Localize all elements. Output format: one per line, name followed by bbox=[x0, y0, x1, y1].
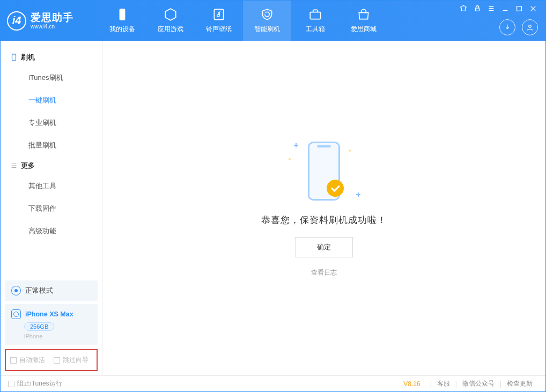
support-link[interactable]: 客服 bbox=[432, 379, 455, 388]
device-storage: 256GB bbox=[24, 322, 54, 331]
sparkle-icon bbox=[356, 193, 360, 197]
success-illustration bbox=[281, 139, 367, 203]
check-badge-icon bbox=[327, 180, 344, 197]
phone-icon bbox=[115, 8, 129, 21]
sidebar-item-advanced[interactable]: 高级功能 bbox=[1, 220, 102, 242]
sidebar-item-batch-flash[interactable]: 批量刷机 bbox=[1, 134, 102, 157]
wechat-link[interactable]: 微信公众号 bbox=[457, 379, 500, 388]
svg-rect-3 bbox=[476, 8, 479, 11]
sidebar-item-oneclick-flash[interactable]: 一键刷机 bbox=[1, 89, 102, 112]
highlighted-checkbox-row: 自动激活 跳过向导 bbox=[5, 349, 98, 371]
refresh-shield-icon bbox=[260, 8, 274, 21]
mode-label: 正常模式 bbox=[25, 286, 53, 295]
checkbox-icon bbox=[10, 357, 17, 364]
checkbox-label: 自动激活 bbox=[19, 356, 45, 365]
toolbox-icon bbox=[308, 8, 322, 21]
maximize-icon[interactable] bbox=[514, 4, 524, 13]
nav-tab-label: 工具箱 bbox=[306, 25, 325, 34]
sparkle-icon bbox=[294, 143, 298, 147]
nav-tab-label: 智能刷机 bbox=[254, 25, 280, 34]
footer: 阻止iTunes运行 V8.16 | 客服 | 微信公众号 | 检查更新 bbox=[1, 375, 545, 391]
lock-icon[interactable] bbox=[473, 4, 482, 13]
sidebar-section-more: 更多 bbox=[1, 157, 102, 175]
svg-rect-0 bbox=[120, 9, 126, 20]
nav-tabs: 我的设备 应用游戏 铃声壁纸 智能刷机 工具箱 bbox=[98, 1, 388, 41]
sidebar-section-flash: 刷机 bbox=[1, 48, 102, 66]
phone-illustration-icon bbox=[308, 142, 340, 201]
nav-tab-mydevice[interactable]: 我的设备 bbox=[98, 1, 146, 41]
sidebar-section-title: 更多 bbox=[21, 161, 35, 171]
svg-point-5 bbox=[529, 25, 532, 28]
music-icon bbox=[212, 8, 226, 21]
device-phone-icon bbox=[11, 309, 21, 319]
checkbox-icon bbox=[54, 357, 60, 364]
sidebar-section-title: 刷机 bbox=[21, 53, 35, 62]
version-label: V8.16 bbox=[403, 380, 420, 388]
dot-icon bbox=[289, 158, 291, 160]
svg-rect-4 bbox=[517, 6, 522, 11]
menu-icon[interactable] bbox=[486, 4, 496, 13]
nav-tab-flash[interactable]: 智能刷机 bbox=[243, 1, 291, 41]
nav-tab-label: 应用游戏 bbox=[158, 25, 183, 34]
window-controls bbox=[459, 4, 538, 13]
minimize-icon[interactable] bbox=[500, 4, 510, 13]
close-icon[interactable] bbox=[528, 4, 538, 13]
list-icon bbox=[10, 162, 18, 169]
nav-tab-label: 我的设备 bbox=[109, 25, 135, 34]
checkbox-icon bbox=[8, 381, 14, 387]
nav-tab-store[interactable]: 爱思商城 bbox=[340, 1, 388, 41]
checkbox-label: 跳过向导 bbox=[63, 356, 88, 365]
download-button[interactable] bbox=[499, 19, 515, 35]
app-title: 爱思助手 bbox=[31, 12, 73, 24]
dot-icon bbox=[349, 150, 351, 152]
device-type: iPhone bbox=[24, 333, 91, 339]
device-name: iPhone XS Max bbox=[25, 310, 73, 318]
store-icon bbox=[357, 8, 371, 21]
checkbox-block-itunes[interactable]: 阻止iTunes运行 bbox=[8, 379, 62, 388]
nav-tab-toolbox[interactable]: 工具箱 bbox=[291, 1, 340, 41]
ok-button[interactable]: 确定 bbox=[295, 237, 353, 257]
cube-icon bbox=[164, 8, 178, 21]
main-content: 恭喜您，保资料刷机成功啦！ 确定 查看日志 bbox=[102, 41, 545, 375]
device-card[interactable]: iPhone XS Max 256GB iPhone bbox=[5, 304, 98, 345]
shirt-icon[interactable] bbox=[459, 4, 468, 13]
logo-icon: i4 bbox=[7, 11, 26, 31]
checkbox-skip-wizard[interactable]: 跳过向导 bbox=[54, 356, 88, 365]
app-url: www.i4.cn bbox=[31, 24, 73, 30]
sidebar-item-itunes-flash[interactable]: iTunes刷机 bbox=[1, 66, 102, 89]
checkbox-label: 阻止iTunes运行 bbox=[17, 379, 62, 388]
check-update-link[interactable]: 检查更新 bbox=[501, 379, 538, 388]
svg-rect-6 bbox=[12, 54, 16, 61]
view-log-link[interactable]: 查看日志 bbox=[311, 268, 337, 277]
sidebar-item-other-tools[interactable]: 其他工具 bbox=[1, 175, 102, 197]
app-logo: i4 爱思助手 www.i4.cn bbox=[7, 11, 98, 31]
header: i4 爱思助手 www.i4.cn 我的设备 应用游戏 铃声壁纸 bbox=[1, 1, 545, 41]
checkbox-auto-activate[interactable]: 自动激活 bbox=[10, 356, 45, 365]
user-button[interactable] bbox=[522, 19, 538, 35]
nav-tab-label: 铃声壁纸 bbox=[206, 25, 232, 34]
nav-tab-apps[interactable]: 应用游戏 bbox=[146, 1, 195, 41]
svg-rect-2 bbox=[310, 12, 321, 19]
sidebar-item-download-firmware[interactable]: 下载固件 bbox=[1, 197, 102, 220]
nav-tab-label: 爱思商城 bbox=[351, 25, 377, 34]
device-icon bbox=[10, 54, 18, 61]
sidebar: 刷机 iTunes刷机 一键刷机 专业刷机 批量刷机 更多 其他工具 下载固件 … bbox=[1, 41, 102, 375]
mode-icon bbox=[11, 286, 21, 295]
mode-card[interactable]: 正常模式 bbox=[5, 280, 98, 301]
sidebar-item-pro-flash[interactable]: 专业刷机 bbox=[1, 112, 102, 134]
nav-tab-ringtones[interactable]: 铃声壁纸 bbox=[195, 1, 243, 41]
success-message: 恭喜您，保资料刷机成功啦！ bbox=[261, 214, 387, 226]
